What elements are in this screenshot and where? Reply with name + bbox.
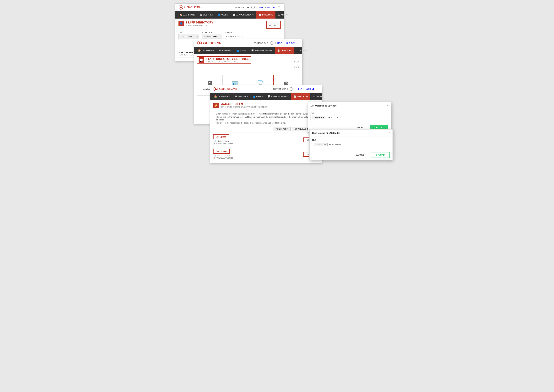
modal1-close-button[interactable]: × [386,104,388,107]
modal2-body: FILE Choose File No file chosen [309,136,393,150]
nav-users-3[interactable]: 👥 USERS [250,93,265,100]
logo-text-2: CatapultCMS [203,41,221,45]
svg-marker-3 [199,42,201,44]
user-name-3: FRANCINE GAIR [273,88,288,90]
site-upload-date: 📅 03/29/2017 07:20 PM [213,143,302,144]
nav-bar-3: 🏠 DASHBOARD 🖥 WEBSITES 👥 USERS 💬 ANNOUNC… [210,93,322,100]
site-upload-row: Site Upload 📄 site-import.csv 📅 03/29/20… [210,135,322,145]
nav-announcements-3[interactable]: 💬 ANNOUNCEMENTS [265,93,291,100]
site-upload-modal: Site Upload File Uploader × FILE Choose … [308,102,391,133]
user-avatar-1 [251,6,255,9]
breadcrumb-1: HOME > STAFF DIRECTORY [186,25,213,26]
modal1-file-input: Choose File Site Import PG.png [310,115,388,120]
staff-upload-label-button[interactable]: Staff Upload [213,149,230,153]
divider-1: | [256,6,257,8]
modal1-body: FILE Choose File Site Import PG.png [308,109,391,123]
modal2-cancel-button[interactable]: CANCEL [351,152,369,158]
site-filter: SITE District Office [178,32,199,39]
modal1-chosen-filename: Site Import PG.png [327,116,343,119]
manage-files-breadcrumb: HOME › STAFF DIRECTORY › SETTINGS › MANA… [220,106,267,108]
logout-link-2[interactable]: LOG OUT [286,42,295,44]
modal2-close-button[interactable]: × [388,132,390,134]
logout-link-3[interactable]: LOG OUT [306,88,314,90]
nav-directory-2[interactable]: 📋 DIRECTORY [275,47,294,54]
logo-area-1: CatapultCMS [178,5,203,10]
logo-area-3: CatapultCMS [213,87,237,91]
modal2-header: Staff Upload File Uploader × [309,129,393,136]
modal1-file-label: FILE [310,112,388,114]
nav-dashboard-3[interactable]: 🏠 DASHBOARD [212,93,232,100]
modal2-actions: CANCEL UPLOAD [309,150,393,160]
site-upload-info: Site Upload 📄 site-import.csv 📅 03/29/20… [213,135,302,144]
nav-websites-1[interactable]: 🖥 WEBSITES [197,11,215,19]
instructions-list: Before running the import check to insur… [210,110,322,127]
div-2a: | [275,42,276,44]
nav-alerts-2[interactable]: ⚠ ALERTS [294,47,309,54]
back-button-2[interactable]: ← BACK [294,57,299,63]
directory-icon-1: 📋 [259,14,261,16]
websites-icon-1: 🖥 [200,14,202,16]
files-actions-row: RUN IMPORT DOWNLOAD SAMPLES [210,127,322,133]
manage-files-title-text: MANAGE FILES [220,103,267,106]
top-header-2: CatapultCMS FRANCINE GAIR | HELP | LOG O… [194,39,302,47]
hamburger-menu-3[interactable]: ☰ [316,87,318,91]
help-link-1[interactable]: HELP [259,6,264,8]
department-select[interactable]: All Departments [202,34,222,39]
nav-directory-1[interactable]: 📋 DIRECTORY [256,11,275,19]
modal2-upload-button[interactable]: UPLOAD [371,152,390,158]
settings-title-text: STAFF DIRECTORY SETTINGS [206,57,249,61]
divider-2: | [265,6,266,8]
help-link-2[interactable]: HELP [277,42,282,44]
nav-dashboard-2[interactable]: 🏠 DASHBOARD [196,47,216,54]
file-icon-site: 📄 [213,140,216,142]
header-right-2: FRANCINE GAIR | HELP | LOG OUT ☰ [254,41,299,45]
modal2-title: Staff Upload File Uploader [312,132,340,134]
user-name-2: FRANCINE GAIR [254,42,268,44]
nav-alerts-3[interactable]: ⚠ ALERTS [310,93,326,100]
manage-files-page-title: 📂 MANAGE FILES HOME › STAFF DIRECTORY › … [213,103,267,108]
site-upload-label-button[interactable]: Site Upload [213,135,229,139]
run-import-button[interactable]: RUN IMPORT [273,127,291,131]
settings-button[interactable]: ⚙ SETTINGS [267,21,280,28]
nav-announcements-1[interactable]: 💬 ANNOUNCEMENTS [230,11,256,19]
svg-marker-5 [215,88,217,90]
top-header-1: CatapultCMS FRANCINE GAIR | HELP | LOG O… [175,4,284,11]
alerts-icon-1: ⚠ [278,14,280,16]
nav-users-1[interactable]: 👥 USERS [215,11,230,19]
version-text: v.3.16.1 [194,65,302,70]
site-select[interactable]: District Office [178,34,199,39]
staff-upload-filename: 📄 staff-import.csv [213,154,302,157]
staff-upload-info: Staff Upload 📄 staff-import.csv 📅 09/16/… [213,149,302,159]
header-right-1: FRANCINE GAIR | HELP | LOG OUT ☰ [235,6,280,9]
user-name-1: FRANCINE GAIR [235,6,250,8]
nav-bar-1: 🏠 DASHBOARD 🖥 WEBSITES 👥 USERS 💬 ANNOUNC… [175,11,284,19]
nav-dashboard-1[interactable]: 🏠 DASHBOARD [177,11,197,19]
settings-page-title: 💬 STAFF DIRECTORY SETTINGS HOME › STAFF … [197,57,251,63]
hamburger-menu-1[interactable]: ☰ [278,6,280,9]
nav-websites-2[interactable]: 🖥 WEBSITES [216,47,234,54]
nav-websites-3[interactable]: 🖥 WEBSITES [232,93,250,100]
manage-files-title-icon: 📂 [213,103,219,108]
user-avatar-3 [290,87,293,91]
search-filter: SEARCH [225,32,250,39]
nav-users-2[interactable]: 👥 USERS [234,47,249,54]
users-icon-1: 👥 [218,14,220,16]
hamburger-menu-2[interactable]: ☰ [296,41,299,45]
logo-icon-3 [213,87,218,91]
nav-alerts-1[interactable]: ⚠ ALERTS [275,11,291,19]
page-title-text-1: STAFF DIRECTORY [186,21,213,24]
back-arrow-icon-2: ← [295,57,298,61]
nav-announcements-2[interactable]: 💬 ANNOUNCEMENTS [249,47,275,54]
logo-text-1: CatapultCMS [184,6,203,9]
calendar-icon-staff: 📅 [213,157,215,159]
help-link-3[interactable]: HELP [297,88,302,90]
logout-link-1[interactable]: LOG OUT [267,6,276,8]
settings-title-icon: 💬 [199,57,204,63]
staff-upload-row: Staff Upload 📄 staff-import.csv 📅 09/16/… [210,149,322,159]
svg-marker-1 [180,6,182,8]
nav-directory-3[interactable]: 📋 DIRECTORY [291,93,310,100]
search-input-1[interactable] [225,34,250,39]
modal1-choose-file-button[interactable]: Choose File [312,116,326,119]
modal2-choose-file-button[interactable]: Choose File [314,143,328,146]
modal1-title: Site Upload File Uploader [310,105,337,107]
